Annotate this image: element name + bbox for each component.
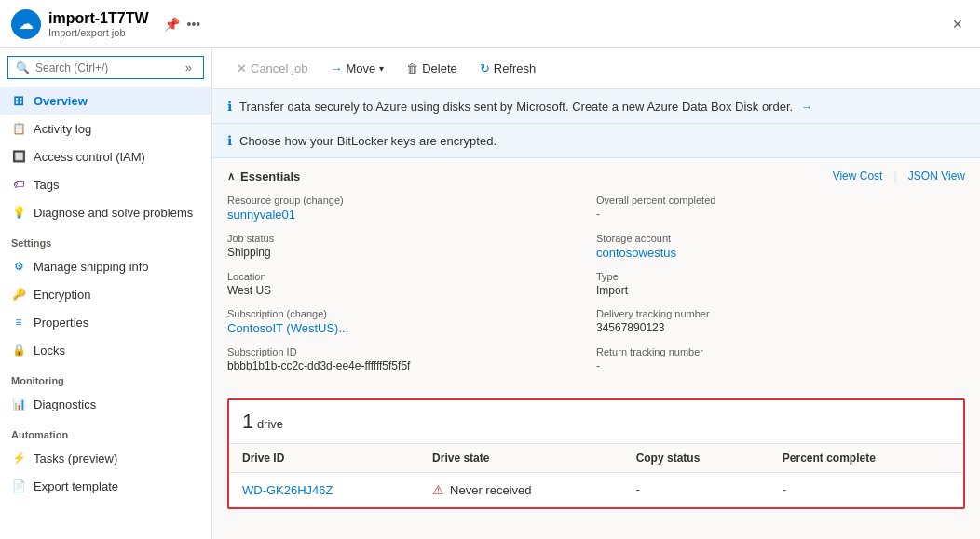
resource-group-label: Resource group (change) [227, 195, 596, 206]
return-tracking-value: - [596, 359, 965, 372]
collapse-icon[interactable]: » [182, 61, 196, 74]
more-icon[interactable]: ••• [187, 17, 201, 32]
chevron-up-icon[interactable]: ∧ [227, 170, 235, 182]
overall-percent-field: Overall percent completed - [596, 191, 965, 229]
essentials-grid: Resource group (change) sunnyvale01 Over… [212, 191, 980, 391]
search-box[interactable]: 🔍 » [7, 56, 204, 79]
app-icon: ☁ [11, 9, 41, 39]
shipping-icon: ⚙ [11, 259, 26, 274]
essentials-actions: View Cost | JSON View [833, 169, 965, 183]
subscription-id-value: bbbb1b1b-cc2c-dd3d-ee4e-ffffff5f5f5f [227, 359, 596, 372]
subscription-value: ContosoIT (WestUS)... [227, 321, 596, 335]
sidebar-item-properties[interactable]: ≡ Properties [0, 308, 211, 336]
type-field: Type Import [596, 267, 965, 304]
access-control-icon: 🔲 [11, 149, 26, 164]
cancel-icon: ✕ [237, 61, 247, 75]
drive-table: Drive ID Drive state Copy status Percent… [229, 444, 963, 507]
drive-id-cell: WD-GK26HJ46Z [229, 473, 419, 507]
type-label: Type [596, 271, 965, 282]
move-button[interactable]: → Move ▾ [320, 57, 393, 80]
drive-section: 1 drive Drive ID Drive state Copy status… [227, 398, 965, 509]
overall-percent-label: Overall percent completed [596, 195, 965, 206]
sidebar-item-diagnostics[interactable]: 📊 Diagnostics [0, 390, 211, 418]
subscription-id-label: Subscription ID [227, 346, 596, 357]
title-actions: 📌 ••• [164, 17, 201, 32]
sidebar-item-diagnose[interactable]: 💡 Diagnose and solve problems [0, 198, 211, 226]
copy-status-cell: - [623, 473, 769, 507]
overall-percent-value: - [596, 208, 965, 221]
delete-button[interactable]: 🗑 Delete [397, 57, 467, 80]
essentials-title: ∧ Essentials [227, 169, 300, 183]
sidebar-label-export-template: Export template [34, 479, 118, 493]
cancel-job-button[interactable]: ✕ Cancel job [227, 57, 317, 80]
sidebar-label-access-control: Access control (IAM) [34, 150, 145, 164]
export-template-icon: 📄 [11, 478, 26, 493]
delete-icon: 🗑 [406, 61, 418, 75]
overview-icon: ⊞ [11, 93, 26, 108]
sidebar-item-overview[interactable]: ⊞ Overview [0, 87, 211, 115]
move-chevron-icon: ▾ [379, 63, 384, 74]
properties-icon: ≡ [11, 315, 26, 330]
sidebar-item-tags[interactable]: 🏷 Tags [0, 170, 211, 198]
sidebar-label-locks: Locks [34, 344, 65, 357]
info-link[interactable]: → [800, 100, 812, 114]
warn-text: Choose how your BitLocker keys are encry… [239, 134, 497, 148]
storage-account-field: Storage account contosowestus [596, 229, 965, 267]
info-banner: ℹ Transfer data securely to Azure using … [212, 89, 980, 124]
page-subtitle: Import/export job [48, 27, 149, 38]
divider: | [893, 169, 896, 183]
drive-table-head: Drive ID Drive state Copy status Percent… [229, 444, 963, 473]
location-field: Location West US [227, 267, 596, 304]
json-view-link[interactable]: JSON View [908, 169, 965, 183]
sidebar-label-properties: Properties [34, 316, 88, 330]
sidebar-label-diagnostics: Diagnostics [34, 398, 96, 411]
sidebar-label-shipping: Manage shipping info [34, 260, 149, 274]
sidebar-item-export-template[interactable]: 📄 Export template [0, 472, 211, 500]
info-icon: ℹ [227, 99, 232, 114]
resource-group-value: sunnyvale01 [227, 208, 596, 222]
sidebar-label-tags: Tags [34, 178, 59, 192]
view-cost-link[interactable]: View Cost [833, 169, 883, 183]
info-text: Transfer data securely to Azure using di… [239, 100, 793, 114]
sidebar-item-shipping[interactable]: ⚙ Manage shipping info [0, 252, 211, 280]
location-label: Location [227, 271, 596, 282]
col-percent-complete: Percent complete [769, 444, 963, 473]
subscription-id-field: Subscription ID bbbb1b1b-cc2c-dd3d-ee4e-… [227, 343, 596, 380]
location-value: West US [227, 284, 596, 297]
subscription-link[interactable]: ContosoIT (WestUS)... [227, 321, 348, 335]
sidebar-item-activity-log[interactable]: 📋 Activity log [0, 115, 211, 142]
percent-complete-cell: - [769, 473, 963, 507]
drive-count: 1 [242, 410, 253, 433]
tags-icon: 🏷 [11, 177, 26, 192]
sidebar-item-access-control[interactable]: 🔲 Access control (IAM) [0, 142, 211, 170]
drive-id-link[interactable]: WD-GK26HJ46Z [242, 483, 333, 497]
diagnose-icon: 💡 [11, 205, 26, 220]
sidebar-item-locks[interactable]: 🔒 Locks [0, 336, 211, 364]
sidebar-label-overview: Overview [34, 94, 88, 108]
sidebar-item-tasks[interactable]: ⚡ Tasks (preview) [0, 444, 211, 472]
sidebar-item-encryption[interactable]: 🔑 Encryption [0, 280, 211, 308]
resource-group-link[interactable]: sunnyvale01 [227, 208, 295, 222]
drive-state-cell: ⚠ Never received [419, 473, 623, 507]
refresh-button[interactable]: ↻ Refresh [470, 57, 546, 80]
drive-table-body: WD-GK26HJ46Z ⚠ Never received - - [229, 473, 963, 507]
search-icon: 🔍 [16, 61, 30, 74]
refresh-icon: ↻ [480, 61, 490, 75]
subscription-field: Subscription (change) ContosoIT (WestUS)… [227, 304, 596, 343]
sidebar: 🔍 » ⊞ Overview 📋 Activity log 🔲 Access c… [0, 48, 212, 539]
col-copy-status: Copy status [623, 444, 769, 473]
pin-icon[interactable]: 📌 [164, 17, 180, 32]
sidebar-label-tasks: Tasks (preview) [34, 451, 117, 465]
storage-account-link[interactable]: contosowestus [596, 246, 676, 260]
title-text: import-1T7TW Import/export job [48, 10, 149, 38]
delivery-tracking-value: 34567890123 [596, 321, 965, 334]
page-title: import-1T7TW [48, 10, 149, 27]
storage-account-value: contosowestus [596, 246, 965, 260]
search-input[interactable] [35, 61, 176, 74]
drive-header: 1 drive [229, 400, 963, 444]
settings-section-header: Settings [0, 226, 211, 252]
sidebar-label-encryption: Encryption [34, 288, 90, 302]
essentials-label: Essentials [240, 169, 300, 183]
close-button[interactable]: ✕ [946, 13, 969, 35]
sidebar-label-activity-log: Activity log [34, 122, 91, 136]
